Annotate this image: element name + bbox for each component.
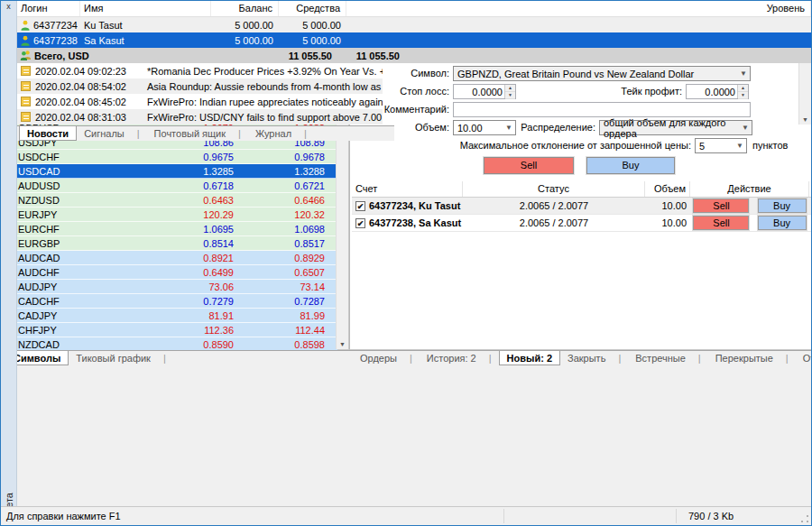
symbol-select[interactable]: GBPNZD, Great Britain Pound vs New Zeala… — [453, 66, 751, 81]
ask-value: 112.44 — [241, 323, 328, 337]
ask-value: 1.0698 — [241, 222, 328, 235]
tab-почтовый-ящик[interactable]: Почтовый ящик — [147, 126, 248, 140]
tab-тиковый-график[interactable]: Тиковый график — [69, 351, 173, 365]
row-buy-button[interactable]: Buy — [758, 198, 807, 213]
distribution-label: Распределение: — [498, 122, 595, 133]
tab-перекрытые[interactable]: Перекрытые — [708, 351, 796, 365]
market-watch-row[interactable]: ▼AUDCAD 0.8921 0.8929 — [3, 251, 337, 265]
symbol-name: NZDUSD — [18, 193, 60, 208]
ask-value: 81.99 — [241, 309, 328, 322]
column-account[interactable]: Счет — [352, 181, 463, 197]
spin-down-icon[interactable]: ▼ — [738, 92, 748, 99]
symbol-name: AUDUSD — [18, 179, 60, 193]
take-profit-input[interactable]: 0.0000 ▲▼ — [686, 84, 749, 99]
stop-loss-value: 0.0000 — [454, 87, 504, 97]
column-volume[interactable]: Объем — [645, 181, 690, 197]
tab-новый-2[interactable]: Новый: 2 — [499, 350, 560, 365]
status-separator — [503, 509, 504, 523]
distribution-select[interactable]: общий объем для каждого ордера ▼ — [599, 120, 752, 135]
symbol-name: USDCAD — [18, 164, 60, 179]
tab-журнал[interactable]: Журнал — [248, 126, 314, 140]
market-watch-row[interactable]: ▼NZDUSD 0.6463 0.6466 — [3, 193, 337, 208]
comment-input[interactable] — [453, 102, 751, 117]
news-row[interactable]: 2020.02.04 08:45:02 FxWirePro: Indian ru… — [15, 94, 383, 109]
scroll-down-icon[interactable]: ▼ — [339, 341, 346, 347]
trade-accounts-table: Счет Статус Объем Действие ✔64377234, Ku… — [352, 181, 811, 232]
deviation-suffix: пунктов — [752, 140, 798, 151]
news-row[interactable]: 2020.02.04 09:02:23 *Romania Dec Produce… — [15, 63, 383, 78]
market-watch-row[interactable]: ▲USDCHF 0.9675 0.9678 — [3, 150, 337, 164]
stop-loss-input[interactable]: 0.0000 ▲▼ — [453, 84, 516, 99]
bid-value: 0.6463 — [142, 193, 241, 207]
scroll-down-icon[interactable]: ▼ — [802, 116, 808, 123]
market-watch-row[interactable]: ▼AUDCHF 0.6499 0.6507 — [3, 265, 337, 280]
column-level[interactable]: Уровень — [346, 1, 811, 16]
account-checkbox[interactable]: ✔ — [355, 218, 365, 228]
tab-ордеры[interactable]: Ордеры — [353, 351, 420, 365]
status-message: Для справки нажмите F1 — [1, 511, 121, 521]
accounts-close-icon[interactable]: x — [6, 2, 11, 11]
row-sell-button[interactable]: Sell — [693, 198, 749, 213]
ask-value: 0.9678 — [241, 150, 328, 163]
status-bar: Для справки нажмите F1 790 / 3 Kb — [1, 506, 811, 525]
row-sell-button[interactable]: Sell — [693, 216, 749, 230]
buy-button[interactable]: Buy — [586, 157, 675, 174]
ask-value: 120.32 — [241, 208, 328, 221]
deviation-select[interactable]: 5 ▼ — [695, 138, 747, 153]
ask-value: 1.3288 — [241, 164, 328, 178]
trade-account-row[interactable]: ✔64377234, Ku Tasut 2.0065 / 2.0077 10.0… — [352, 198, 811, 215]
bid-value: 0.8921 — [142, 251, 241, 264]
column-status[interactable]: Статус — [463, 181, 645, 197]
market-watch-row[interactable]: ▲EURGBP 0.8514 0.8517 — [3, 236, 337, 251]
market-watch-row[interactable]: ▼CADJPY 81.91 81.99 — [3, 309, 337, 323]
status-separator — [676, 509, 677, 523]
account-holder-name: Sa Kasut — [80, 35, 211, 46]
symbol-name: AUDCAD — [18, 251, 60, 265]
news-row[interactable]: 2020.02.04 08:31:03 FxWirePro: USD/CNY f… — [15, 109, 383, 125]
sell-button[interactable]: Sell — [484, 157, 574, 174]
column-action[interactable]: Действие — [690, 181, 809, 197]
spin-up-icon[interactable]: ▲ — [738, 85, 748, 92]
account-checkbox[interactable]: ✔ — [355, 201, 365, 211]
news-row[interactable]: 2020.02.04 08:54:02 Asia Roundup: Aussie… — [15, 78, 383, 94]
column-equity[interactable]: Средства — [279, 1, 346, 16]
symbol-name: CADCHF — [18, 294, 60, 309]
column-balance[interactable]: Баланс — [211, 1, 279, 16]
take-profit-spinner[interactable]: ▲▼ — [737, 85, 748, 98]
market-watch-row[interactable]: ▲EURCHF 1.0695 1.0698 — [3, 222, 337, 236]
ask-value: 0.6507 — [241, 265, 328, 279]
account-login: 64377238 — [33, 35, 78, 46]
account-row[interactable]: 64377234 Ku Tasut 5 000.00 5 000.00 — [17, 17, 811, 32]
market-watch-row[interactable]: ▼CHFJPY 112.36 112.44 — [3, 323, 337, 337]
ask-value: 73.14 — [241, 280, 328, 293]
column-name[interactable]: Имя — [80, 1, 211, 16]
spin-up-icon[interactable]: ▲ — [505, 85, 515, 92]
trade-account-row[interactable]: ✔64377238, Sa Kasut 2.0065 / 2.0077 10.0… — [352, 215, 811, 232]
stop-loss-spinner[interactable]: ▲▼ — [504, 85, 515, 98]
accounts-total-row: Всего, USD 11 055.50 11 055.50 — [17, 48, 811, 63]
news-topic: Asia Roundup: Aussie rebounds from 4-mon… — [142, 81, 383, 92]
chevron-down-icon: ▼ — [740, 69, 747, 78]
total-label: Всего, USD — [34, 51, 89, 61]
ask-value: 0.8929 — [241, 251, 328, 264]
tab-отложенный-2[interactable]: Отложенный: 2 — [796, 351, 812, 365]
take-profit-value: 0.0000 — [687, 87, 737, 97]
tab-закрыть[interactable]: Закрыть — [560, 351, 628, 365]
tab-встречные[interactable]: Встречные — [628, 351, 707, 365]
market-watch-row[interactable]: ▼USDCAD 1.3285 1.3288 — [3, 164, 337, 179]
spin-down-icon[interactable]: ▼ — [505, 92, 515, 99]
resize-grip[interactable] — [799, 513, 810, 524]
news-time: 2020.02.04 09:02:23 — [35, 66, 142, 77]
account-row[interactable]: 64377238 Sa Kasut 5 000.00 5 000.00 — [17, 32, 811, 48]
market-watch-row[interactable]: ▲AUDUSD 0.6718 0.6721 — [3, 179, 337, 193]
column-login[interactable]: Логин — [17, 1, 80, 16]
market-watch-row[interactable]: ▼AUDJPY 73.06 73.14 — [3, 280, 337, 294]
tab-история-2[interactable]: История: 2 — [420, 351, 499, 365]
ask-value: 0.6466 — [241, 193, 328, 207]
tab-новости[interactable]: Новости — [19, 125, 77, 141]
row-buy-button[interactable]: Buy — [758, 216, 807, 230]
tab-сигналы[interactable]: Сигналы — [77, 126, 146, 140]
market-watch-row[interactable]: ▲CADCHF 0.7279 0.7287 — [3, 294, 337, 309]
market-watch-tabs: СимволыТиковый график — [2, 350, 349, 365]
market-watch-row[interactable]: ▼EURJPY 120.29 120.32 — [3, 208, 337, 222]
